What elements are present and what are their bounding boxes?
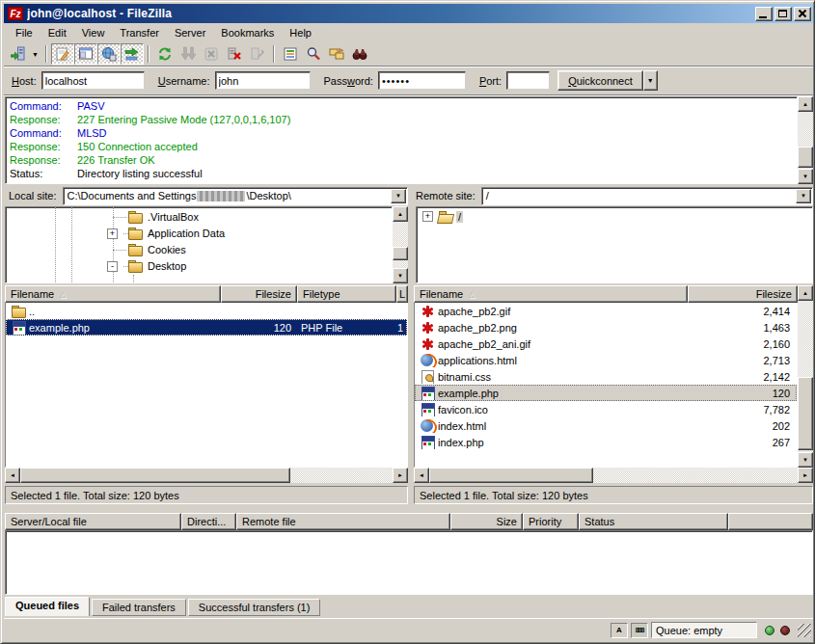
site-manager-button[interactable] (6, 43, 29, 65)
quickconnect-dropdown[interactable]: ▼ (643, 70, 658, 91)
file-search-button[interactable] (302, 43, 325, 65)
tree-expander[interactable]: + (422, 211, 433, 222)
tree-expander[interactable]: - (107, 261, 118, 272)
tree-item-desktop[interactable]: Desktop (127, 258, 188, 274)
scroll-left-button[interactable]: ◄ (414, 468, 429, 483)
column-header-filesize[interactable]: Filesize (221, 285, 297, 303)
tree-item-virtualbox[interactable]: .VirtualBox (127, 209, 201, 225)
filezilla-window: Fz john@localhost - FileZilla File Edit … (0, 0, 815, 644)
synchronized-browsing-button[interactable] (348, 43, 371, 65)
local-row-updir[interactable]: .. (6, 303, 407, 319)
reconnect-button[interactable] (246, 43, 269, 65)
tab-failed-transfers[interactable]: Failed transfers (92, 599, 186, 616)
speed-limit-indicator: 888 (631, 623, 648, 638)
scroll-up-button[interactable]: ▲ (393, 206, 408, 222)
cancel-button[interactable] (200, 43, 223, 65)
remote-row[interactable]: apache_pb2.png 1,463 (415, 319, 797, 335)
arrow-up-icon: ▲ (397, 211, 403, 217)
remote-list-scrollbar[interactable]: ▲ ▼ (798, 285, 813, 468)
log-scrollbar[interactable]: ▲ ▼ (798, 96, 813, 184)
remote-site-dropdown[interactable]: ▼ (796, 189, 811, 203)
tab-queued-files[interactable]: Queued files (5, 597, 90, 616)
menu-file[interactable]: File (8, 25, 41, 40)
column-header-filename[interactable]: Filename△ (414, 285, 688, 303)
local-hscrollbar[interactable]: ◄ ► (5, 468, 408, 483)
tree-item-application-data[interactable]: Application Data (127, 226, 227, 241)
password-input[interactable] (378, 71, 466, 90)
scrollbar-thumb[interactable] (798, 147, 813, 168)
menu-bookmarks[interactable]: Bookmarks (213, 25, 282, 40)
remote-site-combo[interactable]: / ▼ (481, 187, 813, 205)
column-header-filetype[interactable]: Filetype (297, 285, 396, 303)
quickconnect-button[interactable]: Quickconnect (557, 70, 643, 91)
remote-row[interactable]: applications.html 2,713 (415, 352, 797, 368)
scroll-down-button[interactable]: ▼ (798, 452, 813, 468)
remote-row[interactable]: favicon.ico 7,782 (415, 401, 797, 417)
disconnect-button[interactable] (223, 43, 246, 65)
filter-button[interactable] (279, 43, 302, 65)
minimize-button[interactable] (755, 7, 773, 21)
scroll-right-button[interactable]: ► (393, 468, 408, 483)
column-header-filename[interactable]: Filename△ (5, 285, 221, 303)
remote-row-selected[interactable]: example.php 120 (415, 385, 797, 401)
remote-row[interactable]: apache_pb2_ani.gif 2,160 (415, 335, 797, 352)
remote-row[interactable]: apache_pb2.gif 2,414 (415, 303, 797, 319)
scrollbar-thumb[interactable] (798, 377, 813, 450)
toggle-remote-tree-button[interactable] (97, 43, 121, 65)
queue-column-direction[interactable]: Directi... (181, 513, 236, 530)
site-manager-dropdown[interactable]: ▼ (29, 43, 41, 65)
scroll-down-button[interactable]: ▼ (798, 169, 813, 184)
refresh-button[interactable] (153, 43, 177, 65)
css-file-icon (420, 370, 435, 384)
tree-expander[interactable]: + (107, 228, 118, 239)
local-site-dropdown[interactable]: ▼ (391, 189, 406, 203)
maximize-button[interactable] (774, 7, 792, 21)
remote-list-header: Filename△ Filesize (414, 285, 798, 303)
menu-view[interactable]: View (74, 25, 113, 40)
scroll-right-button[interactable]: ► (798, 468, 813, 483)
host-input[interactable] (41, 71, 145, 90)
menu-help[interactable]: Help (282, 25, 319, 40)
remote-hscrollbar[interactable]: ◄ ► (414, 468, 813, 483)
scrollbar-thumb[interactable] (393, 247, 408, 260)
log-line: Response:150 Connection accepted (6, 140, 797, 153)
local-site-combo[interactable]: C:\Documents and Settings\Desktop\ ▼ (63, 187, 408, 205)
remote-row[interactable]: bitnami.css 2,142 (415, 368, 797, 385)
queue-column-blank[interactable] (728, 513, 813, 530)
toggle-local-tree-button[interactable] (74, 43, 97, 65)
remote-row[interactable]: index.html 202 (415, 417, 797, 434)
queue-column-status[interactable]: Status (579, 513, 728, 530)
queue-column-priority[interactable]: Priority (523, 513, 579, 530)
menu-edit[interactable]: Edit (41, 25, 74, 40)
username-input[interactable] (215, 71, 311, 90)
queue-column-remote-file[interactable]: Remote file (236, 513, 450, 530)
column-header-filesize[interactable]: Filesize (688, 285, 798, 303)
app-icon: Fz (8, 7, 23, 20)
title-bar[interactable]: Fz john@localhost - FileZilla (4, 4, 813, 23)
scroll-down-button[interactable]: ▼ (393, 268, 408, 283)
tree-item-root[interactable]: / (438, 209, 463, 225)
directory-comparison-button[interactable] (325, 43, 348, 65)
toggle-message-log-button[interactable] (51, 43, 74, 65)
scrollbar-thumb[interactable] (429, 468, 593, 483)
tree-item-cookies[interactable]: Cookies (127, 242, 188, 257)
toggle-transfer-queue-button[interactable] (121, 43, 144, 65)
scroll-up-button[interactable]: ▲ (798, 285, 813, 301)
scroll-left-button[interactable]: ◄ (5, 468, 20, 483)
tab-successful-transfers[interactable]: Successful transfers (1) (188, 599, 321, 616)
scroll-up-button[interactable]: ▲ (798, 96, 813, 112)
queue-column-server-local-file[interactable]: Server/Local file (5, 513, 181, 530)
queue-column-size[interactable]: Size (450, 513, 523, 530)
scrollbar-thumb[interactable] (20, 468, 290, 483)
local-tree-scrollbar[interactable]: ▲ ▼ (393, 206, 408, 283)
status-bar: A 888 Queue: empty (4, 618, 813, 641)
menu-server[interactable]: Server (167, 25, 213, 40)
remote-row[interactable]: index.php 267 (415, 434, 797, 450)
local-row-example-php[interactable]: example.php 120 PHP File 1 (6, 319, 407, 335)
close-button[interactable] (794, 7, 811, 21)
resize-grip[interactable] (798, 624, 811, 637)
process-queue-button[interactable] (177, 43, 200, 65)
column-header-last-modified[interactable]: L (396, 285, 408, 303)
menu-transfer[interactable]: Transfer (112, 25, 167, 40)
port-input[interactable] (506, 71, 550, 90)
